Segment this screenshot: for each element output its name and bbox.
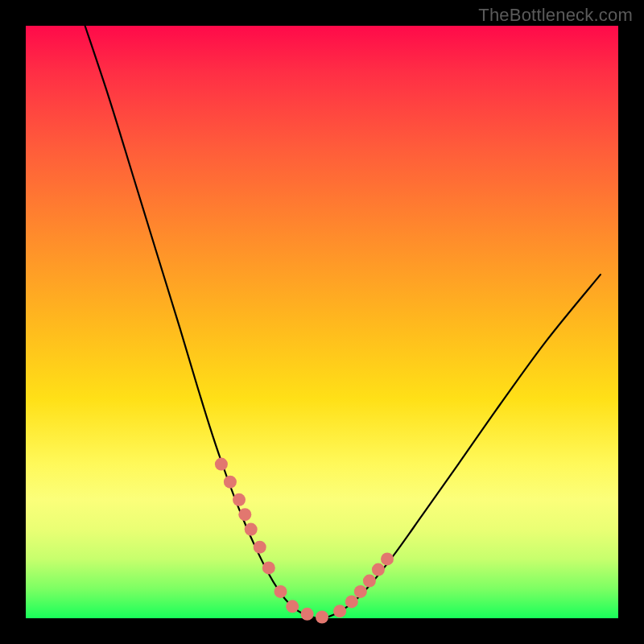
curve-marker xyxy=(286,600,299,613)
curve-marker xyxy=(316,611,328,624)
curve-marker xyxy=(372,564,385,576)
curve-marker xyxy=(215,458,228,471)
curve-marker xyxy=(224,476,237,489)
curve-marker xyxy=(254,541,266,554)
curve-marker xyxy=(275,585,287,598)
plot-area xyxy=(26,26,618,618)
curve-marker xyxy=(262,561,275,574)
curve-marker xyxy=(245,523,258,536)
marker-group xyxy=(215,458,394,624)
curve-marker xyxy=(233,493,246,506)
curve-marker xyxy=(363,575,376,588)
bottleneck-curve xyxy=(85,26,601,618)
curve-marker xyxy=(238,508,251,521)
curve-marker xyxy=(333,605,346,617)
curve-marker xyxy=(354,585,367,598)
curve-marker xyxy=(345,595,358,608)
chart-svg xyxy=(26,26,618,618)
curve-marker xyxy=(381,552,394,565)
watermark-text: TheBottleneck.com xyxy=(478,5,633,26)
curve-marker xyxy=(301,608,314,621)
chart-stage: TheBottleneck.com xyxy=(0,0,644,644)
